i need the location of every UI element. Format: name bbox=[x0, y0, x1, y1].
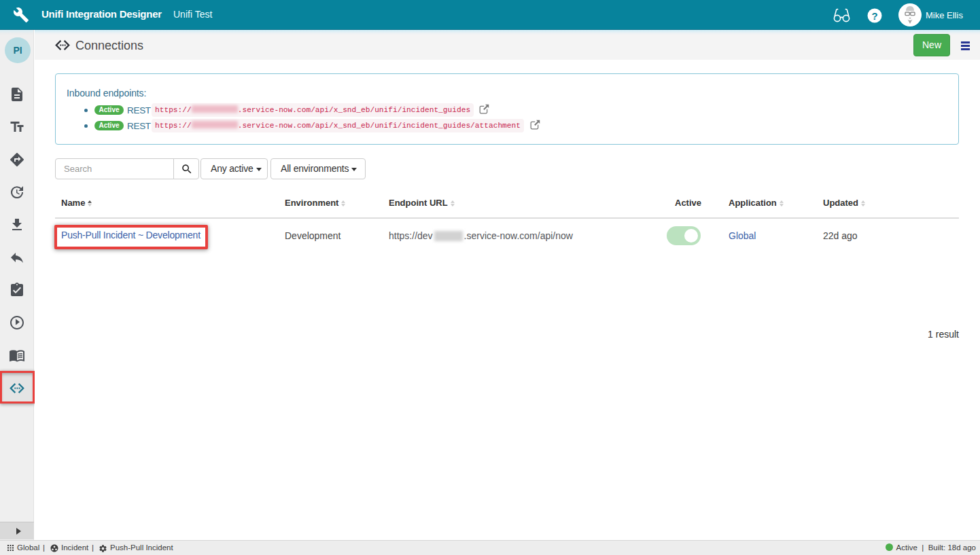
svg-text:?: ? bbox=[871, 10, 877, 22]
